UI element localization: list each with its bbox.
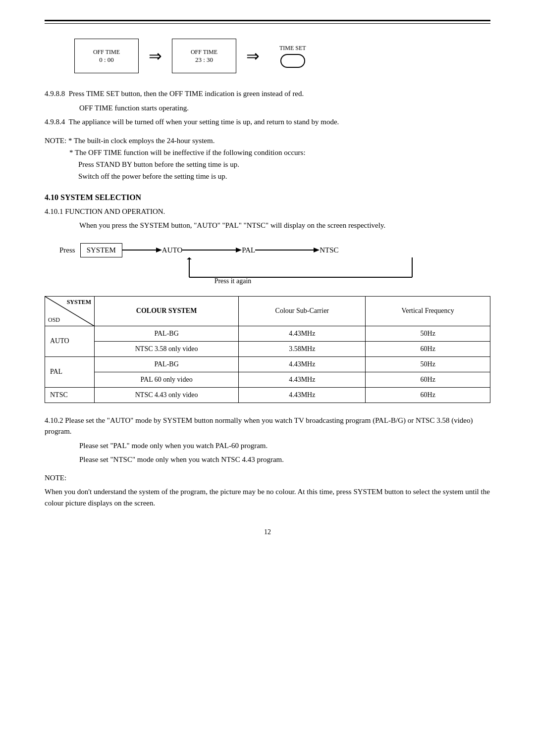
note-2: * The OFF TIME function will be ineffect… [45,147,490,158]
time-set-label: TIME SET [279,45,306,52]
auto-subcarrier-2: 3.58MHz [239,341,366,356]
pal-freq-1: 50Hz [366,356,490,372]
off-time-box-1: OFF TIME 0 : 00 [74,39,139,73]
arrow-1: ⇒ [149,48,162,64]
system-button-box: SYSTEM [80,243,122,257]
arrow-2: ⇒ [246,48,260,64]
subsection-text: When you press the SYSTEM button, "AUTO"… [45,220,490,231]
off-time-diagram: OFF TIME 0 : 00 ⇒ OFF TIME 23 : 30 ⇒ TIM… [45,39,490,73]
subsection-label: 4.10.1 FUNCTION AND OPERATION. [45,206,490,217]
system-btn-label: SYSTEM [87,246,116,254]
top-border [45,20,490,24]
note-4: Switch off the power before the setting … [45,170,490,182]
pal-label: PAL [242,246,255,254]
off-time-value-2: 23 : 30 [195,56,213,64]
section-4102-text: Please set the "AUTO" mode by SYSTEM but… [45,416,473,436]
instruction-4984: 4.9.8.4 The appliance will be turned off… [45,116,490,128]
instruction-4984-text: The appliance will be turned off when yo… [68,118,339,126]
diagonal-top-label: SYSTEM [67,299,91,306]
ntsc-colour-1: NTSC 4.43 only video [95,387,239,403]
note-4-text: Switch off the power before the setting … [78,172,227,180]
ntsc-label: NTSC [320,246,338,254]
auto-colour-1: PAL-BG [95,326,239,341]
arrow-to-auto [122,245,162,255]
ntsc-row-label: NTSC [45,387,95,403]
table-row: NTSC 3.58 only video 3.58MHz 60Hz [45,341,490,356]
auto-colour-2: NTSC 3.58 only video [95,341,239,356]
table-row: NTSC NTSC 4.43 only video 4.43MHz 60Hz [45,387,490,403]
pal-subcarrier-1: 4.43MHz [239,356,366,372]
off-time-label-1: OFF TIME [93,49,120,56]
off-time-label-2: OFF TIME [191,49,217,56]
instruction-4988-text: Press TIME SET button, then the OFF TIME… [69,90,304,98]
auto-subcarrier-1: 4.43MHz [239,326,366,341]
auto-label: AUTO [162,246,182,254]
pal-colour-1: PAL-BG [95,356,239,372]
page: OFF TIME 0 : 00 ⇒ OFF TIME 23 : 30 ⇒ TIM… [0,0,535,756]
section-4102-line2: Please set "PAL" mode only when you watc… [45,440,490,452]
page-number: 12 [45,528,490,536]
note-final-text: When you don't understand the system of … [45,486,490,508]
auto-row-label: AUTO [45,326,95,356]
note-3-text: Press STAND BY button before the setting… [78,160,239,168]
loop-svg [59,257,505,282]
pal-colour-2: PAL 60 only video [95,372,239,387]
subsection-text-span: When you press the SYSTEM button, "AUTO"… [79,221,385,229]
feedback-loop: Press it again [59,257,490,282]
ntsc-subcarrier-1: 4.43MHz [239,387,366,403]
off-time-value-1: 0 : 00 [99,56,114,64]
diagonal-header-cell: SYSTEM OSD [45,296,95,326]
auto-freq-1: 50Hz [366,326,490,341]
note-final-label: NOTE: [45,472,490,484]
table-header-colour: COLOUR SYSTEM [95,296,239,326]
table-header-row: SYSTEM OSD COLOUR SYSTEM Colour Sub-Carr… [45,296,490,326]
press-again-label: Press it again [214,277,252,285]
section-4102: 4.10.2 Please set the "AUTO" mode by SYS… [45,415,490,437]
diagonal-bottom-label: OSD [48,316,60,324]
table-header-freq: Vertical Frequency [366,296,490,326]
svg-marker-5 [314,248,320,252]
note-2-text: * The OFF TIME function will be ineffect… [69,149,306,156]
instruction-4984-number: 4.9.8.4 [45,118,68,126]
arrow-to-ntsc [255,245,320,255]
instruction-4988-cont: OFF TIME function starts operating. [45,102,490,114]
svg-marker-1 [156,248,162,252]
note-1-text: NOTE: * The built-in clock employs the 2… [45,137,214,145]
system-flow-diagram: Press SYSTEM AUTO PAL NTSC [59,243,490,282]
instruction-4988: 4.9.8.8 Press TIME SET button, then the … [45,88,490,100]
time-set-icon [280,54,305,68]
table-header-subcarrier: Colour Sub-Carrier [239,296,366,326]
time-set-group: TIME SET [279,45,306,68]
instruction-4988-number: 4.9.8.8 [45,90,69,98]
pal-row-label: PAL [45,356,95,387]
pal-subcarrier-2: 4.43MHz [239,372,366,387]
ntsc-freq-1: 60Hz [366,387,490,403]
press-label: Press [59,246,75,254]
auto-freq-2: 60Hz [366,341,490,356]
table-row: PAL PAL-BG 4.43MHz 50Hz [45,356,490,372]
section-4102-number: 4.10.2 [45,416,65,424]
note-3: Press STAND BY button before the setting… [45,158,490,170]
note-block: NOTE: * The built-in clock employs the 2… [45,135,490,182]
system-table: SYSTEM OSD COLOUR SYSTEM Colour Sub-Carr… [45,296,490,403]
pal-freq-2: 60Hz [366,372,490,387]
table-row: AUTO PAL-BG 4.43MHz 50Hz [45,326,490,341]
table-row: PAL 60 only video 4.43MHz 60Hz [45,372,490,387]
section-heading: 4.10 SYSTEM SELECTION [45,193,490,202]
flow-main-row: Press SYSTEM AUTO PAL NTSC [59,243,490,257]
svg-marker-9 [187,257,192,259]
section-4102-line3: Please set "NTSC" mode only when you wat… [45,454,490,465]
arrow-to-pal [182,245,242,255]
svg-marker-3 [236,248,242,252]
off-time-box-2: OFF TIME 23 : 30 [172,39,236,73]
note-1: NOTE: * The built-in clock employs the 2… [45,135,490,147]
